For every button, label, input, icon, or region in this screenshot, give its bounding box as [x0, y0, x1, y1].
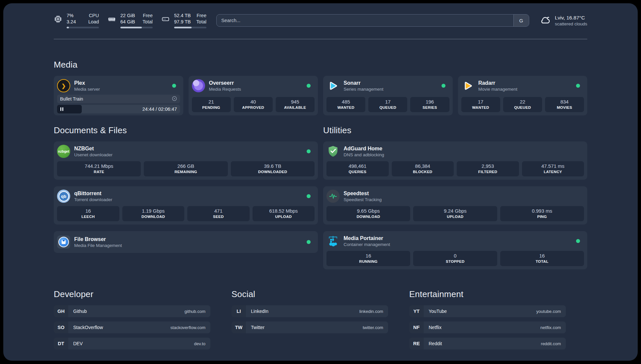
search-input[interactable]: [216, 14, 529, 27]
stat-label: PENDING: [193, 105, 230, 110]
service-name[interactable]: qBittorrent: [74, 190, 303, 197]
stat-value: 618.52 Mbps: [253, 208, 314, 214]
stat-box: 0STOPPED: [413, 251, 497, 266]
service-card-radarr[interactable]: Radarr Movie management 17WANTED 22QUEUE…: [458, 76, 588, 115]
memory-free-value: 22 GiB: [120, 13, 135, 19]
stat-box: 744.21 MbpsRATE: [57, 161, 141, 176]
bookmark-name: DEV: [73, 341, 83, 346]
service-card-overseerr[interactable]: Overseerr Media Requests 21PENDING 40APP…: [189, 76, 318, 115]
bookmark-youtube[interactable]: YT YouTubeyoutube.com: [409, 305, 566, 317]
bookmark-reddit[interactable]: RE Redditreddit.com: [409, 338, 566, 349]
bookmark-stackoverflow[interactable]: SO StackOverflowstackoverflow.com: [54, 321, 210, 333]
stat-box: 16LEECH: [57, 206, 119, 221]
stat-label: QUEUED: [504, 105, 541, 110]
section-title-documents: Documents & Files: [54, 125, 318, 136]
service-description: Movie management: [478, 86, 572, 92]
stat-box: 39.6 TBDOWNLOADED: [231, 161, 315, 176]
memory-progress-bar: [120, 27, 153, 28]
stat-box: 9.65 GbpsDOWNLOAD: [326, 206, 410, 221]
bookmark-abbr: SO: [54, 321, 68, 333]
bookmark-netflix[interactable]: NF Netflixnetflix.com: [409, 321, 566, 333]
stat-label: UPLOAD: [414, 214, 496, 219]
stat-value: 17: [369, 99, 407, 105]
stat-box: 618.52 MbpsUPLOAD: [253, 206, 315, 221]
stat-box: 471SEED: [187, 206, 250, 221]
bookmark-abbr: DT: [54, 338, 68, 349]
bookmark-url: youtube.com: [536, 309, 561, 314]
stat-label: DOWNLOAD: [123, 214, 184, 219]
service-name[interactable]: Media Portainer: [344, 235, 572, 242]
service-description: Media File Management: [74, 243, 303, 249]
service-name[interactable]: Speedtest: [344, 190, 584, 197]
service-card-portainer[interactable]: Media Portainer Container management 16R…: [323, 231, 587, 269]
status-dot: [442, 84, 445, 88]
stat-label: RATE: [58, 169, 140, 174]
service-name[interactable]: AdGuard Home: [344, 145, 584, 152]
stat-label: LEECH: [58, 214, 119, 219]
stat-label: REMAINING: [144, 169, 227, 174]
stat-label: UPLOAD: [253, 214, 314, 219]
bookmark-group-title: Developer: [54, 289, 210, 299]
top-bar: 7%CPU 3.24Load 22 GiBFree 64 GiBTotal: [54, 12, 587, 29]
service-name[interactable]: Overseerr: [209, 79, 303, 86]
status-dot: [576, 239, 580, 243]
nzbget-icon: nzbget: [57, 145, 70, 158]
bookmark-group-developer: Developer GH Githubgithub.com SO StackOv…: [54, 289, 210, 349]
service-description: Torrent downloader: [74, 197, 303, 203]
bookmark-twitter[interactable]: TW Twittertwitter.com: [231, 321, 388, 333]
service-name[interactable]: File Browser: [74, 236, 303, 243]
service-name[interactable]: Radarr: [478, 79, 572, 86]
stat-value: 86,384: [392, 163, 453, 169]
status-dot: [307, 84, 311, 88]
service-card-nzbget[interactable]: nzbget NZBGet Usenet downloader 744.21 M…: [54, 141, 318, 180]
bookmark-linkedin[interactable]: LI LinkedInlinkedin.com: [231, 305, 388, 317]
service-name[interactable]: NZBGet: [74, 145, 303, 152]
stat-box: 1.19 GbpsDOWNLOAD: [122, 206, 185, 221]
filebrowser-icon: [57, 235, 70, 249]
stat-value: 9.65 Gbps: [327, 208, 410, 214]
service-card-adguard[interactable]: AdGuard Home DNS and adblocking 498,461Q…: [323, 141, 587, 180]
bookmark-github[interactable]: GH Githubgithub.com: [54, 305, 210, 317]
stat-box: 16TOTAL: [500, 251, 584, 266]
service-description: Media server: [74, 86, 168, 92]
service-name[interactable]: Sonarr: [344, 79, 438, 86]
bookmark-abbr: NF: [409, 321, 424, 333]
bookmark-abbr: LI: [231, 305, 246, 317]
stat-value: 17: [462, 99, 500, 105]
stat-box: 17WANTED: [461, 97, 500, 112]
service-name[interactable]: Plex: [74, 79, 168, 86]
weather-location-temp: Lviv, 16.87°C: [555, 14, 587, 21]
stat-box: 196SERIES: [410, 97, 449, 112]
stat-box: 485WANTED: [326, 97, 365, 112]
cpu-percent: 7%: [67, 13, 74, 19]
overseerr-icon: [192, 79, 205, 92]
bookmark-name: Reddit: [429, 341, 442, 346]
stat-box: 834MOVIES: [545, 97, 584, 112]
cpu-widget: 7%CPU 3.24Load: [54, 13, 99, 28]
service-description: Container management: [344, 242, 572, 248]
search-provider-button[interactable]: G: [513, 15, 529, 26]
status-dot: [172, 84, 176, 88]
stat-value: 945: [276, 99, 314, 105]
service-card-speedtest[interactable]: Speedtest Speedtest Tracking 9.65 GbpsDO…: [323, 186, 587, 225]
bookmark-dev[interactable]: DT DEVdev.to: [54, 338, 210, 349]
disk-drive-icon: [161, 15, 170, 28]
service-card-filebrowser[interactable]: File Browser Media File Management: [54, 231, 318, 253]
service-card-sonarr[interactable]: Sonarr Series management 485WANTED 17QUE…: [323, 76, 453, 115]
stat-value: 22: [504, 99, 541, 105]
disk-total-label: Total: [196, 19, 206, 25]
service-card-plex[interactable]: Plex Media server Bullet Train: [54, 76, 183, 115]
service-card-qbittorrent[interactable]: qb qBittorrent Torrent downloader 16LEEC…: [54, 186, 318, 225]
stat-box: 2,953FILTERED: [457, 161, 519, 176]
cpu-progress-bar: [67, 27, 99, 28]
stat-label: AVAILABLE: [276, 105, 314, 110]
stat-box: 16RUNNING: [326, 251, 410, 266]
status-dot: [576, 84, 580, 88]
stat-label: PING: [501, 214, 583, 219]
service-description: Speedtest Tracking: [344, 197, 584, 203]
stat-box: 9.24 GbpsUPLOAD: [413, 206, 497, 221]
bookmark-abbr: TW: [231, 321, 246, 333]
stat-value: 47.571 ms: [523, 163, 584, 169]
stat-box: 945AVAILABLE: [276, 97, 315, 112]
stat-label: DOWNLOAD: [327, 214, 410, 219]
